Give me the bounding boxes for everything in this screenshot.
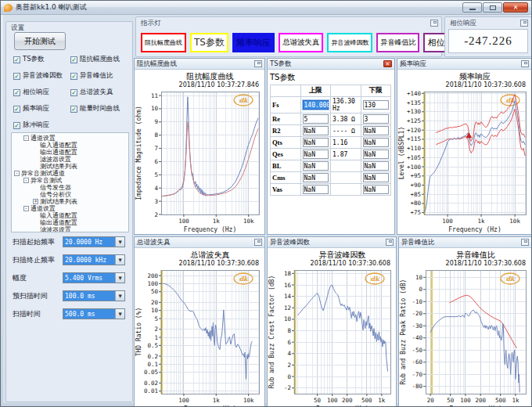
expand-icon[interactable]: + xyxy=(33,199,38,204)
close-icon[interactable]: ✕ xyxy=(383,60,392,67)
tree-item-label: 滤波器设置 xyxy=(40,225,71,232)
ts-measured-value: 1.87 xyxy=(331,149,361,160)
ts-upper-limit-input[interactable]: NaN xyxy=(303,138,329,147)
svg-text:14: 14 xyxy=(284,293,292,300)
collapse-icon[interactable]: - xyxy=(23,178,29,183)
svg-text:+100: +100 xyxy=(407,164,422,171)
field-label: 幅度 xyxy=(13,273,63,283)
field-combobox[interactable]: 500.0 ms▼ xyxy=(63,308,125,319)
dropdown-arrow-icon[interactable]: ▼ xyxy=(115,273,124,283)
minimize-button[interactable] xyxy=(462,2,482,13)
ts-lower-limit-input[interactable]: 130 xyxy=(363,100,390,110)
restore-icon[interactable] xyxy=(430,20,438,27)
ts-lower-limit-input[interactable]: 3 xyxy=(363,114,390,124)
start-test-button[interactable]: 开始测试 xyxy=(14,32,66,50)
tree-item[interactable]: +测试结果列表 xyxy=(12,198,128,205)
tree-item[interactable]: 滤波器设置 xyxy=(12,226,128,232)
ts-lower-limit-input[interactable]: NaN xyxy=(363,185,390,194)
field-label: 扫描终止频率 xyxy=(13,255,63,265)
close-button[interactable]: ✕ xyxy=(503,2,528,13)
field-value[interactable]: 5.400 Vrms xyxy=(63,273,115,283)
checkbox-item[interactable]: ✓能量时间曲线 xyxy=(70,104,135,113)
svg-text:异音波峰因数: 异音波峰因数 xyxy=(319,250,366,259)
ts-row: BLNaNNaN xyxy=(271,160,391,172)
ts-column-header: 下限 xyxy=(361,85,391,97)
maximize-button[interactable] xyxy=(483,2,502,13)
checkbox-label: 能量时间曲线 xyxy=(80,104,120,113)
restore-icon[interactable] xyxy=(520,20,528,27)
field-combobox[interactable]: 20.0000 kHz▼ xyxy=(63,254,125,265)
checkbox-item[interactable]: ✓阻抗幅度曲线 xyxy=(70,55,135,64)
ts-row: QesNaN1.87NaN xyxy=(271,149,391,160)
dropdown-arrow-icon[interactable]: ▼ xyxy=(115,255,124,265)
collapse-icon[interactable]: - xyxy=(14,171,20,176)
collapse-icon[interactable]: - xyxy=(23,206,29,211)
checkbox-item[interactable]: ✓异音峰值比 xyxy=(70,71,135,81)
ts-upper-limit-input[interactable]: NaN xyxy=(303,149,329,159)
svg-text:3: 3 xyxy=(154,198,158,205)
field-combobox[interactable]: 100.0 ms▼ xyxy=(63,290,125,301)
svg-text:1: 1 xyxy=(154,334,158,341)
indicator-light[interactable]: 阻抗幅度曲线 xyxy=(141,33,186,52)
ts-lower-limit-input[interactable]: NaN xyxy=(363,173,390,182)
checkbox-item[interactable]: ✓频率响应 xyxy=(13,104,70,113)
restore-icon[interactable] xyxy=(254,239,262,246)
indicator-label: 指示灯 xyxy=(141,19,161,28)
svg-text:-20: -20 xyxy=(412,310,422,317)
field-value[interactable]: 100.0 ms xyxy=(63,291,115,301)
ts-lower-limit-input[interactable]: NaN xyxy=(363,161,390,171)
checkbox-item[interactable]: ✓相位响应 xyxy=(13,88,70,97)
peak-ratio-chart: 20501002005001k100-10-20-30-40-50-60-70-… xyxy=(399,249,531,407)
dropdown-arrow-icon[interactable]: ▼ xyxy=(115,309,124,319)
svg-text:100: 100 xyxy=(147,280,158,287)
field-value[interactable]: 20.0000 kHz xyxy=(63,255,115,265)
indicator-light[interactable]: 频率响应 xyxy=(232,33,275,52)
indicator-light[interactable]: 异音波峰因数 xyxy=(327,33,372,52)
ts-upper-limit-input[interactable]: NaN xyxy=(303,126,329,135)
ts-lower-limit-input[interactable]: NaN xyxy=(363,126,390,135)
restore-icon[interactable] xyxy=(521,239,529,246)
svg-text:Level (dBSPL1): Level (dBSPL1) xyxy=(398,127,405,179)
indicator-light[interactable]: 总谐波失真 xyxy=(279,33,324,52)
checkbox-item[interactable]: ✓异音波峰因数 xyxy=(13,71,70,81)
svg-text:+85: +85 xyxy=(410,191,421,198)
svg-text:2: 2 xyxy=(287,362,291,369)
svg-text:2: 2 xyxy=(154,326,158,333)
indicator-light[interactable]: 异音峰值比 xyxy=(376,33,419,52)
panel-title: 总谐波失真 xyxy=(137,238,253,247)
ts-measured-value: 136.30 Hz xyxy=(331,97,361,113)
field-value[interactable]: 20.0000 Hz xyxy=(63,237,115,247)
tree-item[interactable]: -异常音测试通道 xyxy=(12,170,128,177)
collapse-icon[interactable]: - xyxy=(23,135,29,141)
checkbox-item[interactable]: ✓脉冲响应 xyxy=(13,121,70,130)
field-combobox[interactable]: 20.0000 Hz▼ xyxy=(63,236,125,247)
panel-title: 频率响应 xyxy=(400,59,519,69)
restore-icon[interactable] xyxy=(521,60,529,67)
dropdown-arrow-icon[interactable]: ▼ xyxy=(115,237,124,247)
restore-icon[interactable] xyxy=(386,239,394,246)
svg-text:18: 18 xyxy=(284,270,292,277)
ts-upper-limit-input[interactable]: 140.000 xyxy=(303,100,329,110)
indicator-light[interactable]: TS参数 xyxy=(190,33,228,52)
field-combobox[interactable]: 5.400 Vrms▼ xyxy=(63,272,125,283)
field-value[interactable]: 500.0 ms xyxy=(63,309,115,319)
ts-param-name: Vas xyxy=(271,184,301,196)
checkbox-item[interactable]: ✓TS参数 xyxy=(13,55,70,64)
ts-upper-limit-input[interactable]: NaN xyxy=(303,173,329,182)
ts-lower-limit-input[interactable]: NaN xyxy=(363,138,390,147)
checkbox-item[interactable]: ✓总谐波失真 xyxy=(70,88,135,97)
svg-text:11: 11 xyxy=(151,92,158,99)
panel-header: TS参数 ✕ xyxy=(268,59,394,70)
svg-text:9: 9 xyxy=(154,118,158,125)
dropdown-arrow-icon[interactable]: ▼ xyxy=(115,291,124,301)
svg-text:Rub and Buzz Crest Factor (dB): Rub and Buzz Crest Factor (dB) xyxy=(268,276,275,389)
ts-upper-limit-input[interactable]: NaN xyxy=(303,185,329,194)
ts-lower-limit-input[interactable]: NaN xyxy=(363,149,390,159)
ts-upper-limit-input[interactable]: NaN xyxy=(303,161,329,171)
ts-upper-limit-input[interactable]: 5 xyxy=(303,114,329,124)
checkbox-label: 脉冲响应 xyxy=(23,121,49,130)
svg-text:+115: +115 xyxy=(407,135,421,142)
checkbox-check-icon: ✓ xyxy=(13,56,20,63)
restore-icon[interactable] xyxy=(254,60,262,67)
ts-row: CmsNaNNaN xyxy=(271,172,391,184)
